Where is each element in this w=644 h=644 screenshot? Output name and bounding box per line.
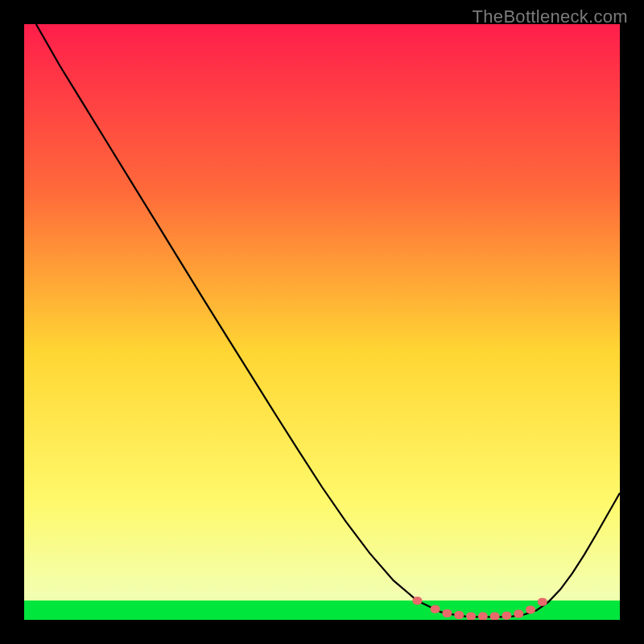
marker-dot — [538, 598, 547, 606]
marker-dot — [478, 613, 488, 620]
marker-dot — [442, 609, 452, 617]
curve-layer — [24, 24, 620, 620]
marker-dot — [490, 613, 500, 620]
marker-dot — [526, 605, 535, 613]
chart-plot-area — [24, 24, 620, 620]
flat-zone-markers — [412, 597, 547, 620]
marker-dot — [466, 613, 476, 620]
marker-dot — [454, 611, 464, 619]
watermark-text: TheBottleneck.com — [473, 6, 628, 27]
marker-dot — [412, 597, 422, 605]
marker-dot — [502, 612, 511, 620]
marker-dot — [431, 605, 440, 613]
marker-dot — [514, 610, 523, 618]
bottleneck-curve — [36, 24, 620, 617]
